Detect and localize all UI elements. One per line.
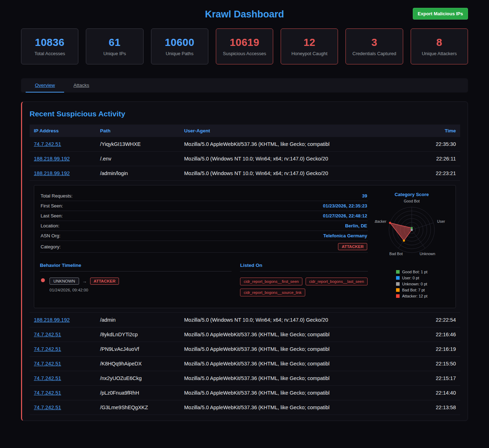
stat-value: 3: [371, 37, 378, 48]
time-cell: 22:35:30: [403, 137, 460, 152]
field-label: Last Seen:: [41, 213, 63, 218]
listed-on-badge[interactable]: cidr_report_bogons__last_seen: [306, 278, 368, 285]
path-cell: /admin/login: [96, 166, 180, 181]
detail-field-category: Category: ATTACKER: [40, 241, 368, 253]
listed-on-badge[interactable]: cidr_report_bogons__source_link: [240, 289, 305, 296]
ip-address-link[interactable]: 74.7.242.51: [34, 405, 61, 410]
listed-on-section: Listed On cidr_report_bogons__first_seen…: [240, 263, 368, 296]
table-row[interactable]: 188.218.99.192 /admin/login Mozilla/5.0 …: [30, 166, 460, 181]
timeline-from-badge: UNKNOWN: [50, 278, 79, 285]
stat-card-suspicious-accesses: 10619 Suspicious Accesses: [216, 28, 273, 64]
time-cell: 22:16:46: [403, 327, 460, 342]
field-value: 01/27/2026, 22:48:12: [323, 213, 367, 218]
svg-text:Unknown: Unknown: [420, 252, 435, 256]
detail-sections: Behavior Timeline UNKNOWN → ATTACKER: [40, 263, 368, 296]
radar-chart-title: Category Score: [395, 192, 429, 197]
user-agent-cell: Mozilla/5.0 AppleWebKit/537.36 (KHTML, l…: [180, 137, 403, 152]
field-value: Berlin, DE: [345, 223, 367, 228]
legend-label: Bad Bot: 7 pt: [402, 288, 425, 292]
export-malicious-ips-button[interactable]: Export Malicious IPs: [413, 8, 468, 20]
stat-label: Unique Paths: [166, 51, 193, 56]
stat-label: Total Accesses: [35, 51, 65, 56]
arrow-right-icon: →: [82, 279, 87, 284]
field-label: ASN Org:: [41, 233, 61, 238]
legend-item: Good Bot: 1 pt: [396, 270, 427, 274]
listed-on-badges: cidr_report_bogons__first_seen cidr_repo…: [240, 278, 368, 296]
legend-swatch-user: [396, 276, 400, 280]
dashboard-container: Krawl Dashboard Export Malicious IPs 108…: [0, 0, 489, 425]
field-label: Location:: [41, 223, 59, 228]
user-agent-cell: Mozilla/5.0 AppleWebKit/537.36 (KHTML, l…: [180, 371, 403, 386]
detail-field-first-seen: First Seen: 01/23/2026, 22:35:23: [40, 201, 368, 211]
svg-text:Good Bot: Good Bot: [404, 199, 420, 203]
stats-row: 10836 Total Accesses 61 Unique IPs 10600…: [21, 28, 468, 64]
tab-overview[interactable]: Overview: [26, 78, 64, 93]
legend-label: User: 0 pt: [402, 276, 419, 280]
table-row[interactable]: 74.7.242.51 /8ykdLnDYTi2cp Mozilla/5.0 A…: [30, 327, 460, 342]
user-agent-cell: Mozilla/5.0 (Windows NT 10.0; Win64; x64…: [180, 166, 403, 181]
field-value: 01/23/2026, 22:35:23: [323, 203, 367, 209]
table-row[interactable]: 74.7.242.51 /YiqykGI13WHXE Mozilla/5.0 A…: [30, 137, 460, 152]
field-label: Category:: [41, 244, 61, 249]
table-row[interactable]: 74.7.242.51 /PN9LvAcJ4uoVf Mozilla/5.0 A…: [30, 342, 460, 357]
panel-title: Recent Suspicious Activity: [30, 110, 460, 118]
time-cell: 22:13:58: [403, 400, 460, 415]
behavior-timeline-title: Behavior Timeline: [40, 263, 232, 272]
ip-address-link[interactable]: 74.7.242.51: [34, 346, 61, 352]
path-cell: /admin: [96, 313, 180, 327]
radar-legend: Good Bot: 1 pt User: 0 pt Unknown: 0 pt: [396, 270, 427, 300]
ip-address-link[interactable]: 188.218.99.192: [34, 170, 70, 176]
table-row[interactable]: 74.7.242.51 /K8HQq9hAipeDX Mozilla/5.0 A…: [30, 357, 460, 371]
ip-address-link[interactable]: 74.7.242.51: [34, 141, 61, 147]
legend-swatch-unknown: [396, 282, 400, 286]
path-cell: /YiqykGI13WHXE: [96, 137, 180, 152]
table-row[interactable]: 74.7.242.51 /nx2yUOZuE6Ckg Mozilla/5.0 A…: [30, 371, 460, 386]
listed-on-badge[interactable]: cidr_report_bogons__first_seen: [240, 278, 302, 285]
table-row[interactable]: 188.218.99.192 /admin Mozilla/5.0 (Windo…: [30, 313, 460, 327]
column-header-ip: IP Address: [30, 125, 96, 137]
ip-detail-fields: Total Requests: 39 First Seen: 01/23/202…: [40, 191, 368, 300]
time-cell: 22:15:50: [403, 357, 460, 371]
field-label: Total Requests:: [41, 193, 73, 199]
path-cell: /G3Lme9ShEQgXKZ: [96, 400, 180, 415]
svg-text:Bad Bot: Bad Bot: [389, 252, 402, 256]
user-agent-cell: Mozilla/5.0 AppleWebKit/537.36 (KHTML, l…: [180, 357, 403, 371]
header: Krawl Dashboard Export Malicious IPs: [21, 0, 468, 28]
svg-text:User: User: [437, 219, 445, 223]
timeline-timestamp: 01/24/2026, 09:42:00: [50, 288, 232, 292]
stat-label: Unique IPs: [103, 51, 126, 56]
ip-address-link[interactable]: 74.7.242.51: [34, 361, 61, 367]
table-row[interactable]: 74.7.242.51 /pLz0Fnua9fRhH Mozilla/5.0 A…: [30, 386, 460, 400]
stat-label: Honeypot Caught: [291, 51, 327, 56]
path-cell: /K8HQq9hAipeDX: [96, 357, 180, 371]
path-cell: /pLz0Fnua9fRhH: [96, 386, 180, 400]
detail-row: Total Requests: 39 First Seen: 01/23/202…: [30, 181, 460, 313]
category-score-radar-chart: Good BotUserUnknownBad BotAttacker: [375, 197, 449, 267]
user-agent-cell: Mozilla/5.0 (Windows NT 10.0; Win64; x64…: [180, 152, 403, 166]
timeline-entry: UNKNOWN → ATTACKER 01/24/2026, 09:42:00: [40, 278, 232, 292]
suspicious-activity-panel: Recent Suspicious Activity IP Address Pa…: [21, 101, 468, 421]
ip-address-link[interactable]: 74.7.242.51: [34, 332, 61, 337]
table-row[interactable]: 188.218.99.192 /.env Mozilla/5.0 (Window…: [30, 152, 460, 166]
ip-address-link[interactable]: 74.7.242.51: [34, 390, 61, 396]
tab-attacks[interactable]: Attacks: [64, 78, 98, 93]
stat-card-credentials-captured: 3 Credentials Captured: [345, 28, 403, 64]
stat-label: Credentials Captured: [353, 51, 396, 56]
time-cell: 22:14:40: [403, 386, 460, 400]
column-header-time: Time: [403, 125, 460, 137]
stat-value: 10836: [35, 37, 64, 48]
stat-value: 10600: [165, 37, 194, 48]
stat-value: 10619: [230, 37, 259, 48]
ip-address-link[interactable]: 74.7.242.51: [34, 375, 61, 381]
table-row[interactable]: 74.7.242.51 /G3Lme9ShEQgXKZ Mozilla/5.0 …: [30, 400, 460, 415]
time-cell: 22:15:17: [403, 371, 460, 386]
ip-address-link[interactable]: 188.218.99.192: [34, 317, 70, 323]
ip-address-link[interactable]: 188.218.99.192: [34, 156, 70, 162]
stat-card-unique-paths: 10600 Unique Paths: [151, 28, 208, 64]
detail-field-asn-org: ASN Org: Telefonica Germany: [40, 231, 368, 241]
path-cell: /8ykdLnDYTi2cp: [96, 327, 180, 342]
time-cell: 22:16:19: [403, 342, 460, 357]
detail-field-total-requests: Total Requests: 39: [40, 191, 368, 201]
stat-label: Suspicious Accesses: [223, 51, 266, 56]
time-cell: 22:23:21: [403, 166, 460, 181]
